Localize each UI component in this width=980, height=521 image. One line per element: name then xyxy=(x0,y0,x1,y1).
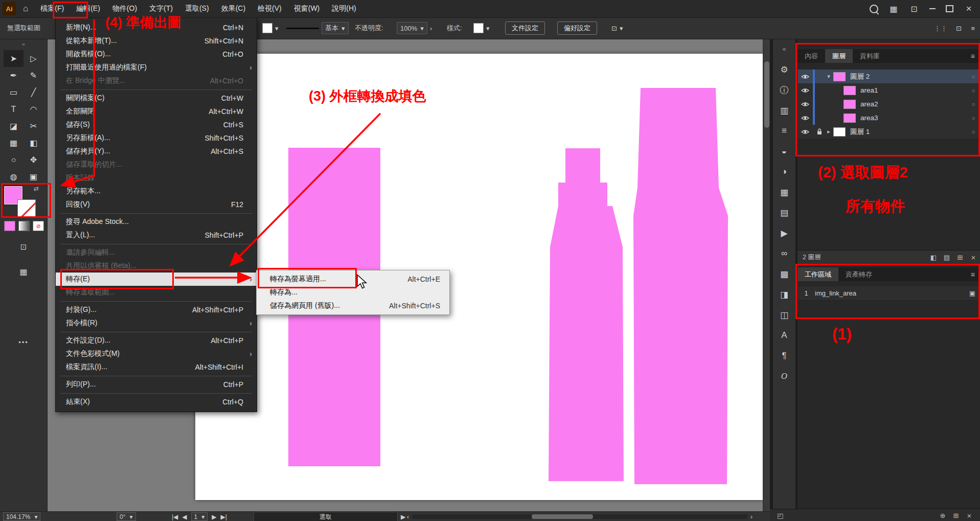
swap-fill-stroke-icon[interactable]: ⇄ xyxy=(34,185,39,192)
delete-artboard-icon[interactable]: × xyxy=(963,511,980,520)
target-circle-icon[interactable]: ○ xyxy=(967,73,980,80)
visibility-eye-icon[interactable] xyxy=(797,74,813,80)
pattern-icon[interactable]: ▦ xyxy=(773,182,795,202)
object-name[interactable]: area1 xyxy=(856,86,967,94)
file-menu-item-scripts[interactable]: 指令檔(R)› xyxy=(56,316,257,330)
arc-tool[interactable]: ◠ xyxy=(24,101,43,118)
zoom-tool[interactable]: ○ xyxy=(4,151,24,168)
status-play-icon[interactable]: ▶ xyxy=(401,512,405,521)
transparency-icon[interactable]: ◨ xyxy=(773,284,795,305)
object-name[interactable]: area2 xyxy=(856,100,967,108)
info-icon[interactable]: ⓘ xyxy=(773,80,795,100)
artboard-row[interactable]: 1 img_link_area ▣ xyxy=(797,286,980,301)
file-menu-item-save[interactable]: 儲存(S)Ctrl+S xyxy=(56,118,257,131)
properties-gear-icon[interactable]: ⚙ xyxy=(773,59,795,80)
opentype-icon[interactable]: O xyxy=(773,366,795,387)
arrange-documents-icon[interactable]: ⊡ xyxy=(909,4,919,14)
target-circle-icon[interactable]: ○ xyxy=(967,128,980,135)
artboards-icon[interactable]: ▥ xyxy=(773,100,795,121)
gradient-tool[interactable]: ◧ xyxy=(24,134,43,151)
adjust-icon[interactable]: ◫ xyxy=(773,305,795,325)
hand-tool[interactable]: ✥ xyxy=(24,151,43,168)
layer-name[interactable]: 圖層 2 xyxy=(846,72,967,81)
restore-button[interactable] xyxy=(946,5,953,12)
artboard-item-icon[interactable]: ▣ xyxy=(965,289,980,297)
selection-tool[interactable]: ➤ xyxy=(4,50,24,67)
preferences-button[interactable]: 偏好設定 xyxy=(557,17,597,39)
eraser-tool[interactable]: ◪ xyxy=(4,118,24,134)
new-sublayer-icon[interactable]: ▤ xyxy=(940,254,953,261)
file-menu-item-place[interactable]: 置入(L)...Shift+Ctrl+P xyxy=(56,229,257,242)
delete-layer-icon[interactable]: × xyxy=(967,253,980,262)
draw-mode-icon[interactable]: ⊡ xyxy=(0,242,47,252)
links-icon[interactable]: ∞ xyxy=(773,243,795,264)
opacity-label[interactable]: 不透明度: xyxy=(355,17,383,39)
rectangle-tool[interactable]: ▭ xyxy=(4,84,24,101)
layers-panel-menu-icon[interactable]: ≡ xyxy=(971,52,980,60)
gradient-mode-button[interactable] xyxy=(18,221,30,231)
screen-mode-icon[interactable]: ▦ xyxy=(0,267,47,277)
horizontal-scrollbar-thumb[interactable] xyxy=(532,514,593,519)
menu-help[interactable]: 說明(H) xyxy=(326,0,362,17)
file-menu-item-new-from-template[interactable]: 從範本新增(T)...Shift+Ctrl+N xyxy=(56,34,257,48)
object-name[interactable]: area3 xyxy=(856,114,967,122)
snap-options-dropdown[interactable]: ⊡▾ xyxy=(611,17,623,39)
line-segment-tool[interactable]: ╱ xyxy=(24,84,43,101)
swatches-icon[interactable]: ▩ xyxy=(773,264,795,284)
clip-mask-icon[interactable]: ◧ xyxy=(927,254,940,261)
tab-layers[interactable]: 圖層 xyxy=(825,49,853,63)
rotation-dropdown[interactable]: 0°▾ xyxy=(117,512,136,521)
tab-libraries[interactable]: 資料庫 xyxy=(853,49,887,63)
panel-grid-icon[interactable]: ⋮⋮ xyxy=(934,17,947,39)
next-artboard-icon[interactable]: ▶ xyxy=(212,513,216,520)
file-menu-item-document-color-mode[interactable]: 文件色彩模式(M)› xyxy=(56,347,257,360)
file-menu-item-save-a-copy[interactable]: 儲存拷貝(Y)...Alt+Ctrl+S xyxy=(56,145,257,158)
layer-row-layer2[interactable]: ▾ 圖層 2 ○ xyxy=(797,70,980,84)
minimize-button[interactable] xyxy=(929,8,936,9)
edit-toolbar-icon[interactable]: ••• xyxy=(0,338,47,346)
target-circle-icon[interactable]: ○ xyxy=(967,87,980,94)
control-bar-menu-icon[interactable]: ≡ xyxy=(971,17,975,39)
character-icon[interactable]: A xyxy=(773,325,795,346)
menu-view[interactable]: 檢視(V) xyxy=(252,0,288,17)
style-dropdown[interactable]: ▾ xyxy=(473,17,490,39)
chevron-right-icon[interactable]: ▸ xyxy=(824,128,833,135)
new-layer-icon[interactable]: ⊞ xyxy=(953,254,967,261)
color-mode-button[interactable] xyxy=(4,221,15,231)
file-menu-item-exit[interactable]: 結束(X)Ctrl+Q xyxy=(56,395,257,409)
chevron-down-icon[interactable]: ▾ xyxy=(824,73,833,80)
file-menu-item-save-as[interactable]: 另存新檔(A)...Shift+Ctrl+S xyxy=(56,131,257,145)
file-menu-item-open-recent[interactable]: 打開最近使用過的檔案(F)› xyxy=(56,61,257,74)
file-menu-item-new[interactable]: 新增(N)...Ctrl+N xyxy=(56,21,257,34)
zoom-dropdown[interactable]: 104.17%▾ xyxy=(3,512,40,521)
vertical-scrollbar[interactable] xyxy=(763,39,770,511)
file-menu-item-document-setup[interactable]: 文件設定(D)...Alt+Ctrl+P xyxy=(56,334,257,347)
vertical-scrollbar-thumb[interactable] xyxy=(764,61,769,128)
pen-tool[interactable]: ✒ xyxy=(4,67,24,84)
target-circle-icon[interactable]: ○ xyxy=(967,115,980,122)
artboard-tool[interactable]: ▣ xyxy=(24,168,43,185)
none-mode-button[interactable]: ⊘ xyxy=(33,221,44,231)
fill-dropdown[interactable]: ▾ xyxy=(262,17,279,39)
menu-file[interactable]: 檔案(F) xyxy=(34,0,70,17)
file-menu-item-save-as-template[interactable]: 另存範本... xyxy=(56,185,257,198)
actions-icon[interactable]: ▶ xyxy=(773,223,795,243)
artboard-number-dropdown[interactable]: 1▾ xyxy=(191,512,208,521)
scroll-right-icon[interactable]: › xyxy=(750,512,753,521)
file-menu-item-search-adobe-stock[interactable]: 搜尋 Adobe Stock... xyxy=(56,215,257,229)
layer-name[interactable]: 圖層 1 xyxy=(846,127,967,137)
workspace-switcher-icon[interactable]: ▦ xyxy=(888,4,899,14)
visibility-eye-icon[interactable] xyxy=(797,101,813,107)
layer-row-area2[interactable]: area2 ○ xyxy=(797,97,980,111)
new-artboard-icon[interactable]: ⊞ xyxy=(949,512,963,519)
appearance-icon[interactable]: ▤ xyxy=(773,202,795,223)
tab-properties[interactable]: 內容 xyxy=(797,49,825,63)
file-menu-item-revert[interactable]: 回復(V)F12 xyxy=(56,198,257,211)
menu-window[interactable]: 視窗(W) xyxy=(288,0,326,17)
search-icon[interactable] xyxy=(870,5,878,13)
pathfinder-icon[interactable]: ◒ xyxy=(773,141,795,162)
scissors-tool[interactable]: ✂ xyxy=(24,118,43,134)
document-setup-button[interactable]: 文件設定 xyxy=(505,17,545,39)
file-menu-item-print[interactable]: 列印(P)...Ctrl+P xyxy=(56,378,257,391)
menu-object[interactable]: 物件(O) xyxy=(106,0,143,17)
